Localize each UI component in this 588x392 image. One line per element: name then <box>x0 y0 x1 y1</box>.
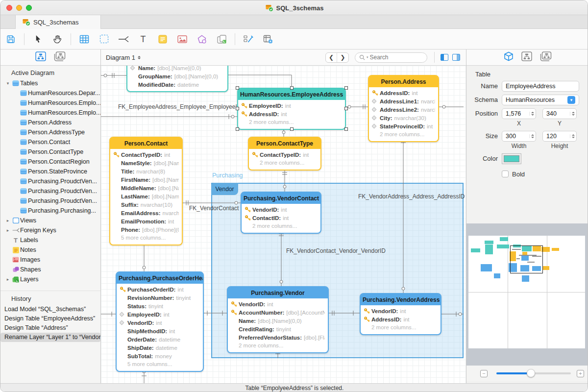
diagram-canvas[interactable]: Purchasing Vendor <box>101 66 466 383</box>
color-picker[interactable] <box>502 153 521 164</box>
diagram-selector[interactable]: Diagram 1 <box>106 54 141 61</box>
bold-checkbox[interactable] <box>502 171 509 177</box>
chevron-right-icon[interactable]: ▸ <box>4 228 11 233</box>
tree-group-shapes[interactable]: Shapes <box>0 265 100 274</box>
chevron-right-icon[interactable]: ▸ <box>4 218 11 223</box>
search-field[interactable]: ▾ <box>355 52 427 63</box>
er-table-vendor[interactable]: Purchasing.Vendor VendorIDint AccountNum… <box>227 286 329 353</box>
position-y-stepper[interactable]: 340 <box>542 108 577 119</box>
selection-handle[interactable] <box>344 127 348 131</box>
sidebar-item-table-3[interactable]: Person.Address <box>0 118 100 127</box>
zoom-slider-handle[interactable] <box>527 369 535 377</box>
nav-back-button[interactable]: ❮ <box>326 53 337 62</box>
selection-handle[interactable] <box>344 86 348 90</box>
new-note-icon[interactable] <box>156 33 169 46</box>
size-width-stepper[interactable]: 300 <box>502 131 536 142</box>
chevron-down-icon[interactable]: ▾ <box>567 96 575 104</box>
new-layer-icon[interactable] <box>215 33 228 46</box>
er-table-vendoraddress[interactable]: Purchasing.VendorAddress VendorIDint Add… <box>360 293 441 335</box>
tree-group-foreign-keys[interactable]: ▸Foreign Keys <box>0 225 100 235</box>
history-item-0[interactable]: Load Model “SQL_3schemas” <box>0 305 100 314</box>
model-overview-tab-icon[interactable] <box>54 51 66 63</box>
new-label-icon[interactable]: T <box>137 33 149 46</box>
sidebar-item-table-0[interactable]: HumanResources.Depar... <box>0 88 100 98</box>
search-input[interactable] <box>370 54 414 61</box>
toggle-right-panel-icon[interactable] <box>452 54 460 61</box>
fk-label[interactable]: FK_VendorContact_Vendor_VendorID <box>286 247 386 254</box>
er-table-person-address[interactable]: Person.Address AddressIDint AddressLine1… <box>368 75 439 142</box>
size-height-stepper[interactable]: 120 <box>542 131 577 142</box>
selection-handle[interactable] <box>344 107 348 110</box>
sidebar-item-table-1[interactable]: HumanResources.Emplo... <box>0 98 100 108</box>
er-table-purchaseorderheader[interactable]: Purchasing.PurchaseOrderHeader PurchaseO… <box>116 271 204 372</box>
pointer-tool-icon[interactable] <box>31 33 44 46</box>
table-icon <box>19 120 28 125</box>
new-shape-icon[interactable] <box>196 33 208 46</box>
sidebar-item-table-6[interactable]: Person.ContactType <box>0 147 100 157</box>
er-table-person-contacttype[interactable]: Person.ContactType ContactTypeIDint 2 mo… <box>248 137 321 171</box>
stepper-arrows-icon[interactable] <box>570 112 575 116</box>
diagram-tree-tab-icon[interactable] <box>35 51 46 63</box>
selection-handle[interactable] <box>290 127 294 131</box>
properties-tab-icon[interactable] <box>504 51 514 63</box>
pan-hand-tool-icon[interactable] <box>51 33 64 46</box>
fk-label[interactable]: FK_EmployeeAddress_Employee_EmployeeID <box>118 103 241 110</box>
history-item-1[interactable]: Design Table “EmployeeAddress” <box>0 314 100 323</box>
stepper-arrows-icon[interactable] <box>529 134 534 138</box>
selection-handle[interactable] <box>236 127 239 131</box>
stepper-arrows-icon[interactable] <box>529 112 534 116</box>
tree-group-labels[interactable]: TLabels <box>0 235 100 245</box>
auto-layout-icon[interactable] <box>242 33 255 46</box>
tree-group-layers[interactable]: ▸Layers <box>0 274 100 284</box>
chevron-down-icon[interactable]: ▾ <box>4 81 11 86</box>
stepper-arrows-icon[interactable] <box>570 134 575 138</box>
history-item-3-selected[interactable]: Rename Layer “Layer 1” to “Vendor” <box>0 333 100 342</box>
search-options-chevron-icon[interactable]: ▾ <box>367 55 368 59</box>
diagram-selector-stepper-icon[interactable] <box>138 56 141 59</box>
minimap[interactable] <box>468 236 585 348</box>
er-table-employeeaddress[interactable]: HumanResources.EmployeeAddress EmployeeI… <box>237 88 346 130</box>
sidebar-item-table-5[interactable]: Person.Contact <box>0 137 100 147</box>
zoom-in-button[interactable]: + <box>577 370 584 377</box>
er-table-person-contact[interactable]: Person.Contact ContactTypeIDint NameStyl… <box>109 137 183 245</box>
selection-handle[interactable] <box>236 107 239 110</box>
fk-label[interactable]: FK_VendorAddress_Address_AddressID <box>358 193 465 200</box>
layer-tab[interactable]: Vendor <box>211 183 238 195</box>
er-table-partial[interactable]: Name[dbo].[Name](0,0) GroupName[dbo].[Na… <box>126 66 228 92</box>
tree-group-views[interactable]: ▸Views <box>0 216 100 225</box>
chevron-right-icon[interactable]: ▸ <box>4 277 11 282</box>
selection-handle[interactable] <box>236 86 239 90</box>
sidebar-item-table-12[interactable]: Purchasing.Purchasing... <box>0 206 100 216</box>
nav-forward-button[interactable]: ❯ <box>337 53 348 62</box>
save-icon[interactable] <box>4 33 17 46</box>
select-region-icon[interactable] <box>98 33 110 46</box>
new-table-icon[interactable] <box>78 33 91 46</box>
er-table-vendorcontact[interactable]: Purchasing.VendorContact VendorIDint Con… <box>241 192 321 234</box>
position-x-stepper[interactable]: 1,576 <box>502 108 536 119</box>
tree-group-tables[interactable]: ▾ Tables <box>0 78 100 88</box>
tree-group-notes[interactable]: Notes <box>0 245 100 255</box>
fk-label[interactable]: FK_VendorContact <box>189 205 239 212</box>
model-overview-tab-icon[interactable] <box>540 51 552 63</box>
selection-handle[interactable] <box>290 86 294 90</box>
sidebar-item-table-2[interactable]: HumanResources.Emplo... <box>0 108 100 118</box>
sidebar-item-table-11[interactable]: Purchasing.ProudctVen... <box>0 196 100 206</box>
sidebar-item-table-4[interactable]: Person.AddressType <box>0 127 100 137</box>
zoom-out-button[interactable]: − <box>480 370 488 377</box>
sidebar-item-table-10[interactable]: Purchasing.ProudctVen... <box>0 186 100 196</box>
zoom-slider[interactable] <box>496 372 571 374</box>
minimap-viewport[interactable] <box>510 245 543 273</box>
diagram-tree-tab-icon[interactable] <box>521 51 532 63</box>
table-name-field[interactable]: EmployeeAddress <box>502 81 579 92</box>
new-foreign-key-icon[interactable] <box>117 33 130 46</box>
toggle-left-panel-icon[interactable] <box>441 54 448 61</box>
table-designer-icon[interactable] <box>262 33 274 46</box>
new-image-icon[interactable] <box>176 33 189 46</box>
sidebar-item-table-8[interactable]: Person.StateProvince <box>0 167 100 176</box>
tab-sql-3schemas[interactable]: SQL_3schemas <box>15 15 101 29</box>
tree-group-images[interactable]: Images <box>0 255 100 265</box>
sidebar-item-table-9[interactable]: Purchasing.ProudctVen... <box>0 176 100 186</box>
schema-dropdown[interactable]: HumanResources▾ <box>502 95 579 105</box>
history-item-2[interactable]: Design Table “Address” <box>0 323 100 333</box>
sidebar-item-table-7[interactable]: Person.ContactRegion <box>0 157 100 167</box>
